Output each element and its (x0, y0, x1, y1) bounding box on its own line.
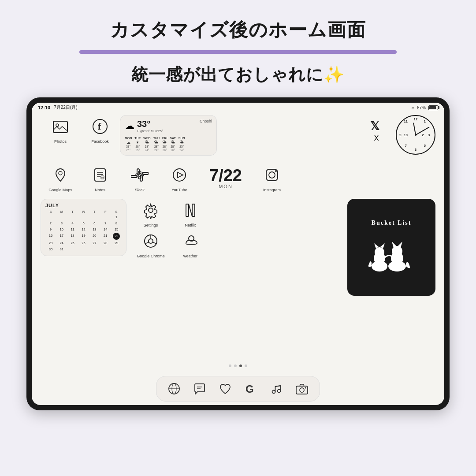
weather-forecast: MON☁33°25° TUE☀28°25° WED🌦28°24° THU🌦28°… (125, 137, 212, 152)
youtube-icon (168, 164, 191, 186)
app-netflix[interactable]: Netflix (171, 199, 210, 228)
app-notes[interactable]: Notes (80, 164, 120, 193)
dot-1 (229, 364, 231, 367)
clock-1: 1 (424, 119, 425, 123)
clock-center (415, 134, 416, 136)
youtube-label: YouTube (171, 188, 187, 193)
app-settings[interactable]: Settings (131, 199, 171, 228)
instagram-label: Instagram (263, 188, 281, 193)
app-x[interactable]: 𝕏 X (359, 115, 394, 142)
svg-line-52 (275, 386, 281, 387)
svg-point-41 (392, 246, 402, 257)
today-22: 22 (113, 233, 120, 240)
dock-browser[interactable] (165, 380, 183, 398)
app-photos[interactable]: Photos (41, 115, 80, 144)
weather-widget: ☁ 33° High:33° MLn:25° Choshi MON☁33°25°… (120, 115, 217, 156)
clock-2: 2 (422, 133, 424, 137)
notes-icon (89, 164, 112, 186)
app-instagram[interactable]: Instagram (252, 164, 292, 193)
weather-temp: 33° (137, 119, 163, 129)
app-weather[interactable]: weather (171, 230, 210, 259)
calendar-month: JULY (45, 203, 122, 208)
svg-text:f: f (98, 121, 101, 132)
date-number: 7/22 (209, 167, 242, 184)
clock-6: 6 (415, 147, 416, 151)
battery-icon (428, 105, 438, 110)
weather-current: ☁ 33° High:33° MLn:25° (125, 119, 163, 133)
svg-marker-21 (178, 172, 183, 178)
dock-camera[interactable] (293, 380, 311, 398)
bucket-list-widget: Bucket List (347, 199, 435, 296)
svg-point-24 (275, 170, 277, 172)
svg-rect-53 (296, 386, 308, 394)
weather-details: High:33° MLn:25° (137, 129, 163, 133)
slack-label: Slack (135, 188, 145, 193)
svg-rect-6 (95, 169, 105, 181)
bucket-list-title: Bucket List (372, 219, 412, 227)
apps-row-chrome: Google Chrome weather (131, 230, 210, 259)
forecast-wed: WED🌦28°24° (143, 137, 150, 152)
clock-3: 3 (428, 133, 430, 137)
weather-icon: ☁ (125, 120, 134, 132)
app-google-maps[interactable]: Google Maps (41, 164, 80, 193)
chrome-icon (139, 230, 162, 253)
dot-3 (239, 364, 242, 367)
notes-label: Notes (95, 188, 105, 193)
purple-divider (79, 50, 397, 54)
app-slack[interactable]: Slack (120, 164, 160, 193)
settings-label: Settings (144, 223, 158, 228)
svg-rect-0 (53, 121, 67, 133)
svg-text:𝕏: 𝕏 (370, 119, 380, 133)
dock-inner: G (156, 376, 320, 402)
dock-health[interactable] (216, 380, 234, 398)
wifi-icon: ⌾ (412, 105, 414, 110)
svg-text:G: G (245, 383, 254, 395)
dot-4 (245, 364, 247, 367)
netflix-icon (179, 199, 202, 222)
middle-apps: Settings Netflix (131, 199, 210, 259)
status-date: 7月22日(月) (54, 104, 77, 111)
clock-7: 7 (405, 144, 406, 148)
svg-point-23 (269, 172, 275, 178)
status-time: 12:10 (38, 105, 50, 110)
top-section: カスタマイズ後のホーム画面 統一感が出ておしゃれに✨ (0, 0, 476, 97)
settings-icon (139, 199, 162, 222)
dock: G (32, 373, 444, 405)
app-youtube[interactable]: YouTube (160, 164, 199, 193)
weather-app-icon (179, 230, 202, 253)
clock-10: 10 (404, 133, 408, 137)
svg-point-5 (59, 171, 62, 175)
svg-point-1 (56, 124, 59, 126)
cat-illustration (363, 231, 420, 275)
clock-12: 12 (414, 117, 418, 121)
clock-widget: 12 3 6 9 1 11 2 5 7 10 (396, 115, 435, 155)
svg-point-50 (272, 390, 275, 394)
google-maps-label: Google Maps (48, 188, 72, 193)
svg-rect-26 (186, 204, 189, 216)
svg-point-55 (305, 387, 306, 389)
svg-point-54 (300, 388, 304, 392)
date-widget: 7/22 MON (199, 167, 252, 189)
x-label: X (374, 134, 379, 142)
battery-percentage: 87% (417, 105, 426, 110)
app-chrome[interactable]: Google Chrome (131, 230, 171, 259)
calendar-grid: S M T W T F S 1 (45, 210, 122, 252)
chrome-label: Google Chrome (137, 254, 165, 259)
ipad-frame: 12:10 7月22日(月) ⌾ 87% (26, 97, 450, 410)
dot-2 (234, 364, 237, 367)
dock-music[interactable] (268, 380, 285, 398)
slack-icon (128, 164, 151, 186)
row2: Google Maps Notes (41, 164, 435, 193)
svg-point-36 (375, 247, 384, 257)
clock-11: 11 (404, 119, 408, 123)
dock-messages[interactable] (191, 380, 208, 398)
status-right: ⌾ 87% (412, 105, 438, 110)
row3: JULY S M T W T F S (41, 199, 435, 362)
dock-google[interactable]: G (242, 380, 260, 398)
forecast-sun: SUN🌦25°24° (178, 137, 185, 152)
photos-icon (49, 115, 72, 138)
app-facebook[interactable]: f Facebook (80, 115, 120, 144)
date-day: MON (219, 184, 233, 189)
page-dots (41, 364, 435, 367)
calendar-widget: JULY S M T W T F S (41, 199, 126, 256)
